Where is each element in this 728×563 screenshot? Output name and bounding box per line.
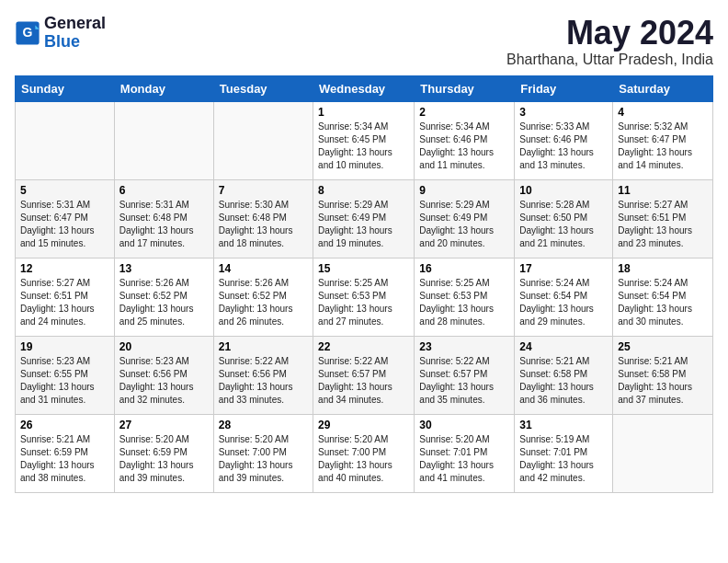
header: G General Blue May 2024 Bharthana, Uttar… bbox=[15, 15, 713, 68]
day-number: 10 bbox=[519, 184, 608, 197]
calendar-cell: 3Sunrise: 5:33 AM Sunset: 6:46 PM Daylig… bbox=[515, 101, 613, 179]
calendar-week-row: 19Sunrise: 5:23 AM Sunset: 6:55 PM Dayli… bbox=[16, 336, 713, 414]
day-number: 17 bbox=[519, 262, 608, 275]
day-number: 23 bbox=[419, 340, 509, 353]
day-info: Sunrise: 5:25 AM Sunset: 6:53 PM Dayligh… bbox=[419, 277, 509, 328]
day-number: 26 bbox=[20, 419, 109, 431]
calendar-header: SundayMondayTuesdayWednesdayThursdayFrid… bbox=[16, 75, 713, 101]
day-number: 24 bbox=[519, 340, 608, 353]
calendar-cell bbox=[213, 101, 313, 179]
calendar-cell: 9Sunrise: 5:29 AM Sunset: 6:49 PM Daylig… bbox=[415, 179, 515, 258]
day-number: 19 bbox=[20, 340, 109, 353]
calendar-cell: 21Sunrise: 5:22 AM Sunset: 6:56 PM Dayli… bbox=[213, 336, 313, 414]
weekday-header-tuesday: Tuesday bbox=[213, 75, 313, 101]
calendar-body: 1Sunrise: 5:34 AM Sunset: 6:45 PM Daylig… bbox=[16, 101, 713, 492]
day-number: 1 bbox=[318, 106, 409, 119]
calendar-cell: 15Sunrise: 5:25 AM Sunset: 6:53 PM Dayli… bbox=[313, 258, 415, 336]
title-area: May 2024 Bharthana, Uttar Pradesh, India bbox=[506, 15, 713, 68]
day-number: 13 bbox=[119, 262, 209, 275]
day-number: 20 bbox=[119, 340, 209, 353]
calendar-cell: 11Sunrise: 5:27 AM Sunset: 6:51 PM Dayli… bbox=[613, 179, 713, 258]
day-info: Sunrise: 5:21 AM Sunset: 6:58 PM Dayligh… bbox=[618, 355, 708, 407]
logo-icon: G bbox=[15, 20, 40, 46]
day-info: Sunrise: 5:21 AM Sunset: 6:58 PM Dayligh… bbox=[519, 355, 608, 407]
weekday-header-thursday: Thursday bbox=[415, 75, 515, 101]
calendar-cell: 26Sunrise: 5:21 AM Sunset: 6:59 PM Dayli… bbox=[16, 414, 115, 492]
day-number: 22 bbox=[318, 340, 409, 353]
day-number: 7 bbox=[219, 184, 308, 197]
day-number: 25 bbox=[618, 340, 708, 353]
logo: G General Blue bbox=[15, 15, 106, 52]
day-info: Sunrise: 5:32 AM Sunset: 6:47 PM Dayligh… bbox=[618, 121, 708, 172]
logo-text-line2: Blue bbox=[44, 33, 106, 52]
calendar-cell bbox=[16, 101, 115, 179]
calendar-cell: 8Sunrise: 5:29 AM Sunset: 6:49 PM Daylig… bbox=[313, 179, 415, 258]
day-info: Sunrise: 5:19 AM Sunset: 7:01 PM Dayligh… bbox=[519, 433, 608, 485]
calendar-cell bbox=[613, 414, 713, 492]
day-info: Sunrise: 5:34 AM Sunset: 6:46 PM Dayligh… bbox=[419, 121, 509, 172]
weekday-header-friday: Friday bbox=[515, 75, 613, 101]
calendar-cell: 25Sunrise: 5:21 AM Sunset: 6:58 PM Dayli… bbox=[613, 336, 713, 414]
calendar-cell: 4Sunrise: 5:32 AM Sunset: 6:47 PM Daylig… bbox=[613, 101, 713, 179]
day-info: Sunrise: 5:20 AM Sunset: 7:00 PM Dayligh… bbox=[318, 433, 409, 485]
location-title: Bharthana, Uttar Pradesh, India bbox=[506, 52, 713, 68]
calendar-week-row: 5Sunrise: 5:31 AM Sunset: 6:47 PM Daylig… bbox=[16, 179, 713, 258]
day-info: Sunrise: 5:23 AM Sunset: 6:55 PM Dayligh… bbox=[20, 355, 109, 407]
day-number: 4 bbox=[618, 106, 708, 119]
day-number: 29 bbox=[318, 419, 409, 431]
day-info: Sunrise: 5:31 AM Sunset: 6:47 PM Dayligh… bbox=[20, 199, 109, 250]
calendar-cell: 28Sunrise: 5:20 AM Sunset: 7:00 PM Dayli… bbox=[213, 414, 313, 492]
weekday-header-sunday: Sunday bbox=[16, 75, 115, 101]
day-info: Sunrise: 5:25 AM Sunset: 6:53 PM Dayligh… bbox=[318, 277, 409, 328]
day-number: 28 bbox=[219, 419, 308, 431]
day-info: Sunrise: 5:22 AM Sunset: 6:57 PM Dayligh… bbox=[419, 355, 509, 407]
day-info: Sunrise: 5:21 AM Sunset: 6:59 PM Dayligh… bbox=[20, 433, 109, 485]
calendar-week-row: 1Sunrise: 5:34 AM Sunset: 6:45 PM Daylig… bbox=[16, 101, 713, 179]
day-info: Sunrise: 5:22 AM Sunset: 6:57 PM Dayligh… bbox=[318, 355, 409, 407]
day-info: Sunrise: 5:27 AM Sunset: 6:51 PM Dayligh… bbox=[618, 199, 708, 250]
weekday-header-wednesday: Wednesday bbox=[313, 75, 415, 101]
calendar-cell: 20Sunrise: 5:23 AM Sunset: 6:56 PM Dayli… bbox=[114, 336, 213, 414]
calendar-cell: 27Sunrise: 5:20 AM Sunset: 6:59 PM Dayli… bbox=[114, 414, 213, 492]
calendar-cell: 18Sunrise: 5:24 AM Sunset: 6:54 PM Dayli… bbox=[613, 258, 713, 336]
month-title: May 2024 bbox=[506, 15, 713, 52]
day-number: 5 bbox=[20, 184, 109, 197]
calendar-cell: 6Sunrise: 5:31 AM Sunset: 6:48 PM Daylig… bbox=[114, 179, 213, 258]
calendar-table: SundayMondayTuesdayWednesdayThursdayFrid… bbox=[15, 75, 713, 493]
day-info: Sunrise: 5:24 AM Sunset: 6:54 PM Dayligh… bbox=[519, 277, 608, 328]
day-number: 21 bbox=[219, 340, 308, 353]
calendar-cell: 13Sunrise: 5:26 AM Sunset: 6:52 PM Dayli… bbox=[114, 258, 213, 336]
day-number: 30 bbox=[419, 419, 509, 431]
calendar-cell: 19Sunrise: 5:23 AM Sunset: 6:55 PM Dayli… bbox=[16, 336, 115, 414]
calendar-cell: 23Sunrise: 5:22 AM Sunset: 6:57 PM Dayli… bbox=[415, 336, 515, 414]
day-number: 3 bbox=[519, 106, 608, 119]
calendar-cell: 16Sunrise: 5:25 AM Sunset: 6:53 PM Dayli… bbox=[415, 258, 515, 336]
day-info: Sunrise: 5:27 AM Sunset: 6:51 PM Dayligh… bbox=[20, 277, 109, 328]
calendar-week-row: 26Sunrise: 5:21 AM Sunset: 6:59 PM Dayli… bbox=[16, 414, 713, 492]
calendar-cell: 10Sunrise: 5:28 AM Sunset: 6:50 PM Dayli… bbox=[515, 179, 613, 258]
day-info: Sunrise: 5:28 AM Sunset: 6:50 PM Dayligh… bbox=[519, 199, 608, 250]
day-number: 2 bbox=[419, 106, 509, 119]
day-number: 14 bbox=[219, 262, 308, 275]
day-info: Sunrise: 5:20 AM Sunset: 6:59 PM Dayligh… bbox=[119, 433, 209, 485]
day-info: Sunrise: 5:34 AM Sunset: 6:45 PM Dayligh… bbox=[318, 121, 409, 172]
weekday-header-row: SundayMondayTuesdayWednesdayThursdayFrid… bbox=[16, 75, 713, 101]
calendar-cell: 14Sunrise: 5:26 AM Sunset: 6:52 PM Dayli… bbox=[213, 258, 313, 336]
day-info: Sunrise: 5:24 AM Sunset: 6:54 PM Dayligh… bbox=[618, 277, 708, 328]
day-info: Sunrise: 5:20 AM Sunset: 7:01 PM Dayligh… bbox=[419, 433, 509, 485]
day-number: 16 bbox=[419, 262, 509, 275]
calendar-cell: 29Sunrise: 5:20 AM Sunset: 7:00 PM Dayli… bbox=[313, 414, 415, 492]
calendar-cell: 5Sunrise: 5:31 AM Sunset: 6:47 PM Daylig… bbox=[16, 179, 115, 258]
day-number: 27 bbox=[119, 419, 209, 431]
calendar-cell: 2Sunrise: 5:34 AM Sunset: 6:46 PM Daylig… bbox=[415, 101, 515, 179]
calendar-cell: 30Sunrise: 5:20 AM Sunset: 7:01 PM Dayli… bbox=[415, 414, 515, 492]
day-info: Sunrise: 5:29 AM Sunset: 6:49 PM Dayligh… bbox=[318, 199, 409, 250]
calendar-cell: 17Sunrise: 5:24 AM Sunset: 6:54 PM Dayli… bbox=[515, 258, 613, 336]
day-number: 9 bbox=[419, 184, 509, 197]
day-info: Sunrise: 5:26 AM Sunset: 6:52 PM Dayligh… bbox=[219, 277, 308, 328]
day-info: Sunrise: 5:30 AM Sunset: 6:48 PM Dayligh… bbox=[219, 199, 308, 250]
logo-text-line1: General bbox=[44, 15, 106, 33]
weekday-header-saturday: Saturday bbox=[613, 75, 713, 101]
day-number: 31 bbox=[519, 419, 608, 431]
calendar-cell: 31Sunrise: 5:19 AM Sunset: 7:01 PM Dayli… bbox=[515, 414, 613, 492]
